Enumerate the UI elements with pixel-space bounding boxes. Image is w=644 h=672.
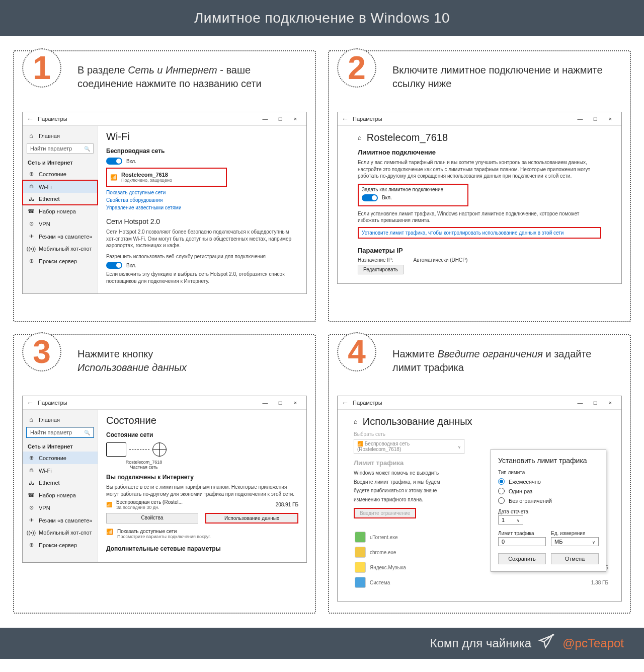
home-icon[interactable] bbox=[354, 418, 358, 425]
usage-summary-row: 📶 Беспроводная сеть (Rostel... За послед… bbox=[106, 499, 298, 510]
data-limit-value: 0 bbox=[502, 539, 505, 545]
wifi-name: Беспроводная сеть (Rostel... bbox=[116, 499, 183, 505]
current-network-highlight[interactable]: 📶 Rostelecom_7618 Подключено, защищено bbox=[106, 168, 227, 187]
properties-button[interactable]: Свойства bbox=[106, 513, 198, 524]
hotspot-reg-toggle[interactable]: Вкл. bbox=[106, 262, 298, 269]
close-button[interactable]: × bbox=[288, 114, 302, 123]
wireless-label: Беспроводная сеть bbox=[106, 147, 298, 155]
sidebar-item-hotspot[interactable]: ((•))Мобильный хот-спот bbox=[23, 243, 98, 255]
status-icon: ⊕ bbox=[28, 455, 35, 461]
step-2-card: 2 Включите лимитное подключе­ние и нажми… bbox=[328, 50, 631, 322]
dialup-icon: ☎ bbox=[28, 208, 35, 214]
enter-limit-button[interactable]: Введите ограничение bbox=[354, 508, 416, 518]
network-dropdown[interactable]: 📶 Беспроводная сеть (Rostelecom_7618) bbox=[354, 439, 464, 454]
minimize-button[interactable]: — bbox=[573, 398, 587, 407]
sidebar-item-vpn[interactable]: ⊙VPN bbox=[23, 501, 98, 514]
maximize-button[interactable]: □ bbox=[273, 398, 287, 407]
close-button[interactable]: × bbox=[603, 398, 617, 407]
search-placeholder: Найти параметр bbox=[30, 429, 72, 435]
app-icon bbox=[355, 562, 366, 573]
toggle-on-icon[interactable] bbox=[362, 194, 378, 201]
radio-monthly[interactable]: Ежемесячно bbox=[498, 478, 599, 485]
link-show-networks[interactable]: Показать доступные сети bbox=[106, 190, 298, 195]
network-page-title: Rostelecom_7618 bbox=[367, 132, 448, 143]
settings-sidebar: Главная Найти параметр Сеть и Интернет ⊕… bbox=[23, 126, 98, 293]
sidebar-item-proxy[interactable]: ⊕Прокси-сервер bbox=[23, 539, 98, 551]
home-icon bbox=[28, 132, 35, 139]
step-1-text-pre: В разделе bbox=[77, 64, 128, 76]
back-icon[interactable]: ← bbox=[27, 399, 34, 407]
cancel-button[interactable]: Отмена bbox=[551, 553, 599, 564]
link-known-networks[interactable]: Управление известными сетями bbox=[106, 205, 298, 210]
step-2-number: 2 bbox=[348, 52, 366, 84]
titlebar: ← Параметры — □ × bbox=[338, 112, 621, 126]
reset-date-select[interactable]: 1 bbox=[498, 515, 523, 525]
maximize-button[interactable]: □ bbox=[273, 114, 287, 123]
radio-unlimited[interactable]: Без ограничений bbox=[498, 497, 599, 504]
set-limit-dialog: Установить лимит трафика Тип лимита Ежем… bbox=[491, 449, 606, 572]
sidebar-item-hotspot[interactable]: ((•))Мобильный хот-спот bbox=[23, 527, 98, 539]
window-title: Параметры bbox=[353, 400, 569, 406]
home-icon[interactable] bbox=[358, 134, 362, 141]
airplane-icon: ✈ bbox=[28, 517, 35, 524]
sidebar-search[interactable]: Найти параметр bbox=[27, 143, 94, 154]
link-set-limit[interactable]: Установите лимит трафика, чтобы контроли… bbox=[362, 230, 597, 236]
toggle-on-icon[interactable] bbox=[106, 262, 122, 269]
save-button[interactable]: Сохранить bbox=[498, 553, 546, 564]
minimize-button[interactable]: — bbox=[573, 114, 587, 123]
sidebar-item-ethernet[interactable]: 🖧Ethernet bbox=[23, 477, 98, 489]
step-1-text-em: Сеть и Интернет bbox=[128, 64, 217, 76]
sidebar-vpn-label: VPN bbox=[39, 505, 50, 511]
sidebar-item-airplane[interactable]: ✈Режим «в самолете» bbox=[23, 230, 98, 243]
sidebar-home[interactable]: Главная bbox=[23, 129, 98, 142]
sidebar-item-dialup[interactable]: ☎Набор номера bbox=[23, 205, 98, 217]
metered-toggle[interactable]: Вкл. bbox=[362, 194, 464, 201]
sidebar-item-proxy[interactable]: ⊕Прокси-сервер bbox=[23, 255, 98, 267]
sidebar-proxy-label: Прокси-сервер bbox=[39, 258, 77, 264]
limit-type-label: Тип лимита bbox=[498, 470, 599, 475]
maximize-button[interactable]: □ bbox=[588, 398, 602, 407]
edit-button[interactable]: Редактировать bbox=[358, 265, 404, 274]
sidebar-item-wifi[interactable]: ⋒Wi-Fi bbox=[23, 464, 98, 477]
back-icon[interactable]: ← bbox=[342, 399, 349, 407]
maximize-button[interactable]: □ bbox=[588, 114, 602, 123]
content-heading: Wi-Fi bbox=[106, 131, 298, 142]
content-pane: Rostelecom_7618 Лимитное подключение Есл… bbox=[338, 126, 621, 283]
toggle-on-label2: Вкл. bbox=[126, 263, 136, 268]
sidebar-item-status[interactable]: ⊕Состояние bbox=[23, 452, 98, 464]
sidebar-home-label: Главная bbox=[39, 417, 60, 423]
steps-grid: 1 В разделе Сеть и Интернет - ваше соеди… bbox=[0, 36, 644, 628]
link-hardware-props[interactable]: Свойства оборудования bbox=[106, 197, 298, 203]
telegram-handle[interactable]: @pcTeapot bbox=[562, 636, 624, 650]
minimize-button[interactable]: — bbox=[258, 114, 272, 123]
close-button[interactable]: × bbox=[288, 398, 302, 407]
minimize-button[interactable]: — bbox=[258, 398, 272, 407]
step-2-number-badge: 2 bbox=[337, 48, 376, 88]
back-icon[interactable]: ← bbox=[342, 115, 349, 123]
show-networks-row[interactable]: 📶 Показать доступные сети Просмотрите ва… bbox=[106, 529, 298, 539]
vpn-icon: ⊙ bbox=[28, 220, 35, 227]
data-usage-button[interactable]: Использование данных bbox=[205, 513, 298, 524]
sidebar-item-status[interactable]: ⊕Состояние bbox=[23, 168, 98, 180]
wifi-toggle-row[interactable]: Вкл. bbox=[106, 158, 298, 165]
sidebar-search[interactable]: Найти параметр bbox=[27, 427, 94, 437]
data-limit-input[interactable]: 0 bbox=[498, 537, 546, 546]
step-2-instruction: Включите лимитное подключе­ние и нажмите… bbox=[392, 63, 622, 103]
footer-brand: Комп для чайника bbox=[430, 636, 531, 650]
metered-toggle-highlight: Задать как лимитное подключение Вкл. bbox=[358, 184, 468, 206]
close-button[interactable]: × bbox=[603, 114, 617, 123]
window-title: Параметры bbox=[38, 400, 254, 406]
sidebar-item-airplane[interactable]: ✈Режим «в самолете» bbox=[23, 514, 98, 527]
sidebar-item-wifi[interactable]: ⋒Wi-Fi bbox=[23, 180, 98, 193]
sidebar-item-dialup[interactable]: ☎Набор номера bbox=[23, 489, 98, 501]
sidebar-home[interactable]: Главная bbox=[23, 413, 98, 426]
app-name: Система bbox=[370, 580, 390, 585]
unit-select[interactable]: МБ bbox=[551, 537, 599, 546]
back-icon[interactable]: ← bbox=[27, 115, 34, 123]
radio-once[interactable]: Один раз bbox=[498, 488, 599, 494]
sidebar-item-vpn[interactable]: ⊙VPN bbox=[23, 217, 98, 230]
sidebar-item-ethernet[interactable]: 🖧Ethernet bbox=[23, 193, 98, 205]
toggle-on-icon[interactable] bbox=[106, 158, 122, 165]
search-icon bbox=[84, 429, 90, 435]
set-metered-label: Задать как лимитное подключение bbox=[362, 187, 464, 192]
